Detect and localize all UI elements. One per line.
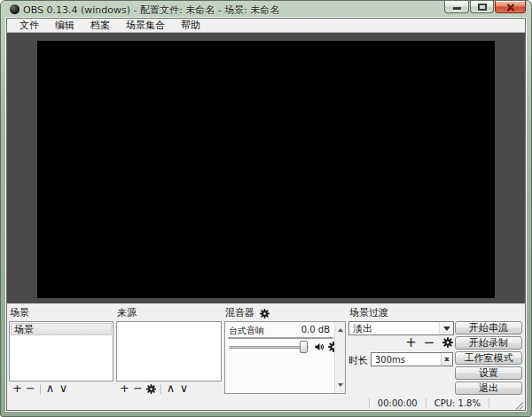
mixer-scrollbar[interactable]	[334, 322, 345, 393]
move-scene-down-button[interactable]: ∨	[57, 383, 70, 394]
spinner-down-icon[interactable]	[444, 358, 450, 363]
close-icon	[506, 4, 515, 12]
scroll-up-icon[interactable]	[338, 326, 343, 332]
settings-button[interactable]: 设置	[455, 366, 522, 380]
transition-select[interactable]: 淡出	[348, 321, 454, 335]
source-properties-gear-icon[interactable]	[145, 384, 158, 394]
maximize-button[interactable]	[470, 1, 494, 13]
mixer-panel: 台式音响 0.0 dB	[224, 321, 346, 394]
remove-source-button[interactable]: −	[131, 383, 145, 394]
sources-list[interactable]	[116, 321, 222, 382]
scene-list-item[interactable]: 场景	[11, 323, 112, 335]
toolbar-separator	[40, 384, 41, 394]
start-recording-button[interactable]: 开始录制	[455, 336, 522, 350]
maximize-icon	[478, 4, 487, 11]
scroll-down-icon[interactable]	[338, 383, 343, 389]
volume-meter	[228, 337, 333, 339]
menu-item-file[interactable]: 文件	[12, 19, 47, 32]
menu-item-scene-collection[interactable]: 场景集合	[118, 19, 173, 32]
move-source-up-button[interactable]: ∧	[164, 383, 177, 394]
window-controls	[443, 1, 526, 13]
duration-input[interactable]: 300ms	[371, 352, 453, 366]
menubar: 文件 编辑 档案 场景集合 帮助	[7, 19, 525, 32]
scenes-panel-label: 场景	[10, 308, 29, 319]
transition-properties-gear-icon[interactable]	[441, 337, 454, 348]
close-button[interactable]	[495, 1, 526, 13]
move-source-down-button[interactable]: ∨	[177, 383, 191, 394]
volume-slider[interactable]	[229, 346, 309, 349]
duration-spinner[interactable]	[441, 353, 452, 366]
menu-item-profile[interactable]: 档案	[82, 19, 118, 32]
mute-speaker-icon[interactable]	[314, 342, 325, 352]
mixer-settings-gear-icon[interactable]	[258, 309, 271, 319]
duration-value: 300ms	[375, 355, 405, 365]
window-title: OBS 0.13.4 (windows) - 配置文件: 未命名 - 场景: 未…	[23, 4, 279, 17]
add-source-button[interactable]: +	[118, 383, 131, 394]
add-scene-button[interactable]: +	[11, 383, 24, 394]
status-empty-cell	[489, 398, 512, 408]
remove-scene-button[interactable]: −	[24, 383, 37, 394]
sources-panel-label: 来源	[117, 308, 137, 319]
mixer-panel-label: 混音器	[225, 308, 271, 319]
preview-canvas	[37, 41, 495, 298]
menu-item-help[interactable]: 帮助	[173, 19, 208, 32]
move-scene-up-button[interactable]: ∧	[43, 383, 57, 394]
studio-mode-button[interactable]: 工作室模式	[455, 351, 522, 365]
transitions-panel-label: 场景过渡	[349, 308, 388, 319]
menu-item-edit[interactable]: 编辑	[47, 19, 82, 32]
add-transition-button[interactable]: +	[404, 337, 418, 348]
volume-db-value: 0.0 dB	[301, 325, 330, 334]
volume-slider-handle[interactable]	[300, 341, 308, 353]
start-streaming-button[interactable]: 开始串流	[455, 321, 522, 334]
minimize-button[interactable]	[444, 1, 469, 13]
scenes-list[interactable]: 场景	[9, 321, 113, 382]
minimize-icon	[453, 7, 461, 10]
resize-grip[interactable]	[513, 400, 523, 410]
obs-logo-icon	[10, 4, 20, 14]
remove-transition-button[interactable]: −	[423, 337, 436, 348]
toolbar-separator	[160, 384, 161, 394]
exit-button[interactable]: 退出	[455, 382, 522, 395]
sources-toolbar: + − ∧ ∨	[118, 382, 221, 395]
status-time: 00:00:00	[369, 398, 426, 408]
transition-select-arrow[interactable]	[439, 322, 453, 334]
transition-selected-value: 淡出	[353, 323, 372, 334]
scenes-toolbar: + − ∧ ∨	[11, 382, 112, 395]
duration-label: 时长	[348, 354, 368, 367]
transitions-toolbar: + −	[404, 335, 454, 349]
status-cpu: CPU: 1.8%	[426, 398, 489, 408]
chevron-down-icon	[443, 327, 450, 334]
status-bar: 00:00:00 CPU: 1.8%	[7, 397, 525, 410]
audio-source-name: 台式音响	[229, 325, 264, 337]
